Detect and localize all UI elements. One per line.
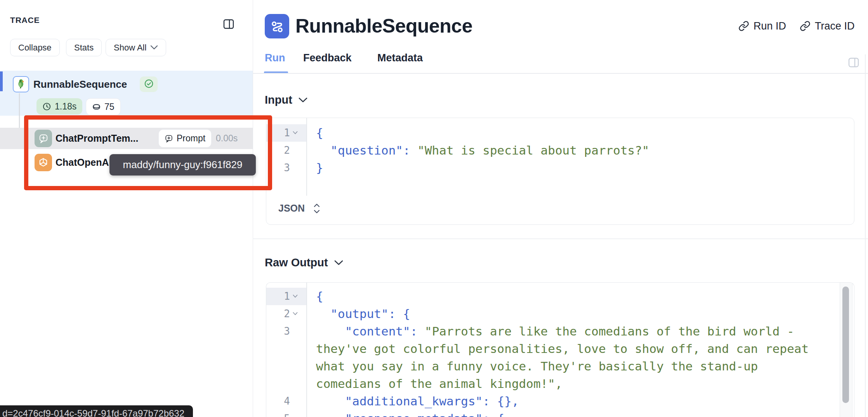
line-gutter: 3 — [266, 323, 306, 340]
code-row: comedians of the animal kingdom!", — [266, 375, 854, 393]
line-number[interactable]: 1 — [284, 124, 290, 142]
run-id-button[interactable]: Run ID — [738, 19, 786, 33]
sidebar-panel-toggle-button[interactable] — [223, 18, 234, 30]
code-line: { — [316, 124, 323, 142]
code-row: 2 "question": "What is special about par… — [266, 142, 854, 159]
show-all-dropdown[interactable]: Show All — [106, 39, 166, 56]
run-type-icon-box — [13, 76, 29, 92]
sidebar-title: TRACE — [10, 16, 40, 25]
editor-scrollbar-thumb[interactable] — [842, 287, 849, 403]
collapse-button[interactable]: Collapse — [10, 39, 60, 56]
line-gutter: 2 — [266, 142, 306, 159]
line-gutter — [266, 358, 306, 375]
stats-button[interactable]: Stats — [66, 39, 102, 56]
input-section-header[interactable]: Input — [265, 94, 307, 106]
line-number[interactable]: 1 — [284, 288, 290, 305]
input-section-title: Input — [265, 94, 292, 106]
code-row: 3} — [266, 159, 854, 177]
chevron-down-icon — [150, 45, 158, 50]
sequence-run-icon — [265, 14, 289, 38]
link-icon — [800, 21, 811, 31]
line-number[interactable]: 4 — [284, 393, 290, 410]
code-line: } — [316, 159, 323, 177]
output-section-title: Raw Output — [265, 256, 328, 269]
trace-page: TRACE Collapse Stats Show All — [0, 0, 868, 417]
root-run-name[interactable]: RunnableSequence — [33, 76, 127, 92]
prompt-bubble-icon — [165, 134, 173, 143]
panel-split-icon — [223, 25, 234, 31]
line-gutter: 1 — [266, 124, 306, 142]
success-status-badge — [140, 76, 158, 92]
status-url-tooltip: d=2c476cf9-014c-59d7-91fd-67a97b72b632 — [0, 405, 193, 417]
code-line: { — [316, 288, 323, 305]
chevron-down-icon — [299, 97, 307, 103]
input-code-editor: 1{2 "question": "What is special about p… — [266, 118, 854, 225]
tab-metadata[interactable]: Metadata — [377, 52, 423, 64]
code-row: 4 "additional_kwargs": {}, — [266, 393, 854, 410]
code-line: "additional_kwargs": {}, — [316, 393, 519, 410]
code-row: what you say in a funny voice. They're b… — [266, 358, 854, 375]
code-row: 3 "content": "Parrots are like the comed… — [266, 323, 854, 340]
line-gutter: 3 — [266, 159, 306, 177]
child-run-name[interactable]: ChatOpenAI — [56, 157, 111, 168]
format-selector[interactable]: JSON — [278, 198, 320, 219]
main-panel-toggle-button[interactable] — [848, 57, 859, 68]
fold-chevron-icon[interactable] — [293, 131, 298, 135]
code-line: "content": "Parrots are like the comedia… — [316, 323, 794, 340]
code-row: 1{ — [266, 124, 854, 142]
line-number[interactable]: 3 — [284, 323, 290, 340]
prompt-template-icon — [35, 130, 52, 147]
tabs-divider — [253, 73, 868, 74]
prompt-name-tooltip: maddy/funny-guy:f961f829 — [109, 154, 256, 175]
prompt-type-badge: Prompt — [158, 129, 212, 148]
line-gutter: 5 — [266, 410, 306, 417]
child-run-name[interactable]: ChatPromptTem... — [56, 133, 138, 144]
check-circle-icon — [144, 79, 154, 90]
parrot-icon — [16, 78, 26, 90]
selected-row-accent — [0, 71, 3, 91]
code-row: they've got colorful personalities, love… — [266, 340, 854, 358]
chevron-down-icon — [334, 260, 343, 266]
code-line: comedians of the animal kingdom!", — [316, 375, 562, 393]
token-coin-icon — [92, 103, 101, 111]
fold-chevron-icon[interactable] — [293, 294, 298, 298]
code-line: they've got colorful personalities, love… — [316, 340, 809, 358]
code-row: 2 "output": { — [266, 305, 854, 323]
line-number[interactable]: 2 — [284, 142, 290, 159]
code-row: 5 "response_metadata": { — [266, 410, 854, 417]
trace-sidebar: TRACE Collapse Stats Show All — [0, 0, 253, 417]
line-gutter: 4 — [266, 393, 306, 410]
code-row: 1{ — [266, 288, 854, 305]
code-line: "output": { — [316, 305, 410, 323]
line-gutter: 1 — [266, 288, 306, 305]
trace-id-button[interactable]: Trace ID — [800, 19, 855, 33]
fold-chevron-icon[interactable] — [293, 312, 298, 316]
output-section-header[interactable]: Raw Output — [265, 256, 343, 269]
line-gutter — [266, 375, 306, 393]
page-title: RunnableSequence — [295, 14, 472, 38]
tab-feedback[interactable]: Feedback — [303, 52, 352, 64]
line-number[interactable]: 2 — [284, 305, 290, 323]
code-line: "response_metadata": { — [316, 410, 504, 417]
code-line: "question": "What is special about parro… — [316, 142, 649, 159]
run-detail-panel: RunnableSequence Run ID Trace ID Run Fee… — [253, 0, 868, 417]
code-line: what you say in a funny voice. They're b… — [316, 358, 758, 375]
section-divider — [253, 238, 868, 239]
child-run-duration: 0.00s — [216, 133, 238, 144]
panel-split-icon — [848, 64, 859, 70]
panel-edge-divider — [865, 54, 866, 417]
line-number[interactable]: 5 — [284, 410, 290, 417]
line-gutter — [266, 340, 306, 358]
clock-icon — [42, 102, 51, 111]
tab-run[interactable]: Run — [265, 52, 285, 64]
output-code-editor: 1{2 "output": {3 "content": "Parrots are… — [266, 282, 854, 417]
editor-scrollbar-track[interactable] — [840, 283, 852, 417]
token-count-badge: 75 — [86, 98, 121, 115]
line-number[interactable]: 3 — [284, 159, 290, 177]
link-icon — [738, 21, 749, 31]
openai-icon — [35, 154, 52, 171]
duration-badge: 1.18s — [36, 98, 82, 115]
up-down-chevron-icon — [313, 203, 320, 214]
line-gutter: 2 — [266, 305, 306, 323]
